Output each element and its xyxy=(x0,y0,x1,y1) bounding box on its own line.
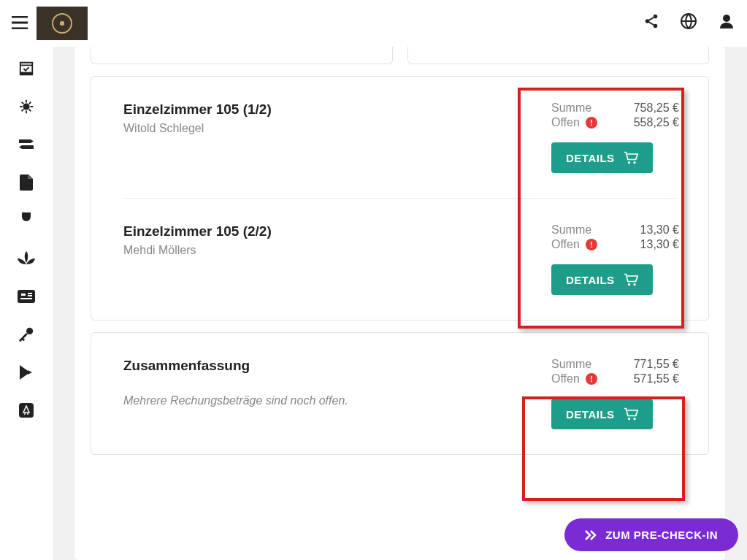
svg-marker-10 xyxy=(19,145,22,149)
rooms-card: Einzelzimmer 105 (1/2) Witold Schlegel S… xyxy=(91,76,709,321)
svg-point-0 xyxy=(654,15,658,19)
svg-point-19 xyxy=(627,418,629,420)
svg-point-6 xyxy=(23,103,29,110)
room-guest: Witold Schlegel xyxy=(123,122,551,135)
summary-title: Zusammenfassung xyxy=(123,358,551,374)
user-icon[interactable] xyxy=(718,12,735,34)
svg-point-15 xyxy=(627,161,629,164)
open-label: Offen xyxy=(551,116,580,129)
precheckin-button[interactable]: ZUM PRE-CHECK-IN xyxy=(564,518,738,551)
summary-card: Zusammenfassung Mehrere Rechungsbeträge … xyxy=(91,332,709,455)
details-label: DETAILS xyxy=(566,152,615,164)
card-stub-left xyxy=(91,47,393,64)
room-title: Einzelzimmer 105 (1/2) xyxy=(123,101,551,118)
svg-point-13 xyxy=(26,328,33,334)
room-block: Einzelzimmer 105 (2/2) Mehdi Möllers Sum… xyxy=(91,199,708,320)
sum-value: 13,30 € xyxy=(640,223,679,237)
topbar xyxy=(0,0,747,47)
svg-rect-5 xyxy=(20,72,33,75)
svg-rect-7 xyxy=(19,139,31,143)
cart-icon xyxy=(624,151,638,164)
key-icon[interactable] xyxy=(18,326,35,343)
inbox-icon[interactable] xyxy=(18,60,35,77)
menu-toggle[interactable] xyxy=(12,13,28,34)
svg-point-4 xyxy=(723,15,730,22)
sum-label: Summe xyxy=(551,358,591,371)
details-button[interactable]: DETAILS xyxy=(551,142,653,173)
room-title: Einzelzimmer 105 (2/2) xyxy=(123,223,551,239)
pdf-icon[interactable] xyxy=(18,174,35,191)
alert-icon: ! xyxy=(586,373,597,385)
open-value: 13,30 € xyxy=(640,238,679,251)
virus-icon[interactable] xyxy=(18,98,35,115)
sum-label: Summe xyxy=(551,101,591,115)
sum-label: Summe xyxy=(551,223,591,237)
room-block: Einzelzimmer 105 (1/2) Witold Schlegel S… xyxy=(91,77,708,198)
details-label: DETAILS xyxy=(566,274,615,286)
room-guest: Mehdi Möllers xyxy=(123,244,551,257)
chevron-double-right-icon xyxy=(585,530,597,540)
cart-icon xyxy=(624,407,638,421)
sum-value: 771,55 € xyxy=(634,358,679,371)
svg-point-20 xyxy=(633,418,635,420)
main-content: Einzelzimmer 105 (1/2) Witold Schlegel S… xyxy=(53,47,747,560)
summary-note: Mehrere Rechungsbeträge sind noch offen. xyxy=(123,394,551,407)
precheckin-label: ZUM PRE-CHECK-IN xyxy=(605,529,718,541)
svg-point-2 xyxy=(654,24,658,28)
svg-point-18 xyxy=(633,283,635,285)
sum-value: 758,25 € xyxy=(634,101,679,115)
svg-rect-12 xyxy=(20,293,26,296)
svg-marker-8 xyxy=(31,139,34,143)
svg-point-1 xyxy=(646,19,650,23)
open-label: Offen xyxy=(551,372,580,386)
sidebar xyxy=(0,47,53,560)
wine-icon[interactable] xyxy=(18,212,35,229)
app-store-icon[interactable] xyxy=(18,402,35,419)
cart-icon xyxy=(624,273,638,286)
details-label: DETAILS xyxy=(566,408,615,421)
alert-icon: ! xyxy=(586,239,597,250)
play-store-icon[interactable] xyxy=(18,364,35,381)
alert-icon: ! xyxy=(586,117,597,129)
logo[interactable] xyxy=(37,7,88,40)
share-icon[interactable] xyxy=(643,13,659,34)
news-icon[interactable] xyxy=(18,288,35,305)
svg-point-17 xyxy=(627,283,629,285)
details-button[interactable]: DETAILS xyxy=(551,264,653,295)
open-label: Offen xyxy=(551,238,580,251)
globe-icon[interactable] xyxy=(680,12,697,34)
svg-point-16 xyxy=(633,161,635,164)
open-value: 558,25 € xyxy=(634,116,679,129)
open-value: 571,55 € xyxy=(634,372,679,386)
card-stub-right xyxy=(407,47,710,64)
svg-rect-9 xyxy=(22,145,34,149)
signpost-icon[interactable] xyxy=(18,136,35,153)
spa-icon[interactable] xyxy=(18,250,35,267)
details-button[interactable]: DETAILS xyxy=(551,399,653,429)
